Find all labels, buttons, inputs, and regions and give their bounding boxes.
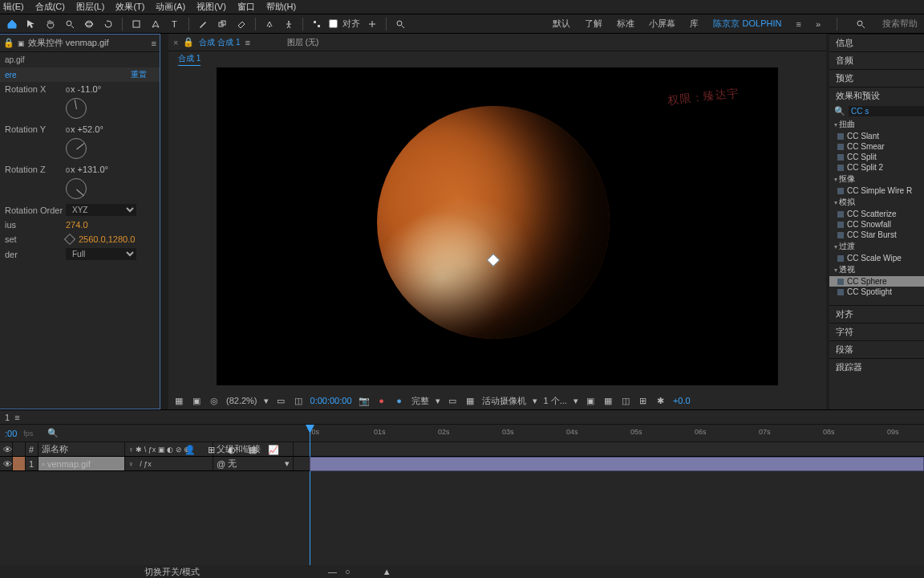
zoom-in-icon[interactable]: ▲: [383, 567, 391, 576]
ws-menu-icon[interactable]: ≡: [796, 19, 800, 29]
cat-keying[interactable]: 抠像: [829, 173, 924, 185]
zoom-out-icon[interactable]: —: [328, 567, 337, 576]
ws-small[interactable]: 小屏幕: [649, 18, 675, 30]
menu-layer[interactable]: 图层(L): [76, 1, 104, 13]
res-icon[interactable]: ▭: [275, 395, 286, 406]
search-icon[interactable]: 🔍: [47, 428, 59, 438]
pickwhip-icon[interactable]: @: [217, 459, 225, 469]
viewer[interactable]: 权限：臻达宇: [217, 67, 778, 385]
menu-view[interactable]: 视图(V): [197, 1, 226, 13]
lock-icon[interactable]: 🔒: [3, 38, 14, 48]
vf-icon-c[interactable]: ◫: [620, 395, 631, 406]
view-count[interactable]: 1 个...: [544, 395, 567, 407]
panel-effects[interactable]: 效果和预设: [829, 87, 924, 104]
layer-switches[interactable]: ♀ / ƒx: [125, 457, 213, 470]
fx-cc-scalewipe[interactable]: CC Scale Wipe: [829, 253, 924, 263]
layer-parent[interactable]: @ 无 ▾: [213, 457, 294, 470]
home-icon[interactable]: [5, 17, 19, 31]
exposure-icon[interactable]: ✱: [655, 395, 667, 406]
effect-name[interactable]: ere: [5, 71, 16, 79]
text-tool-icon[interactable]: T: [168, 17, 182, 31]
panel-char[interactable]: 字符: [829, 323, 924, 340]
keyframe-icon[interactable]: [64, 234, 75, 245]
eye-toggle[interactable]: 👁: [0, 457, 13, 470]
tl-current-time[interactable]: :00: [5, 429, 17, 438]
fx-cc-scatter[interactable]: CC Scatterize: [829, 209, 924, 219]
fx-cc-slant[interactable]: CC Slant: [829, 131, 924, 141]
rot-z-dial[interactable]: [66, 178, 87, 199]
fx-cc-split[interactable]: CC Split: [829, 152, 924, 162]
zoom-tool-icon[interactable]: [63, 17, 77, 31]
tab-menu-icon[interactable]: ≡: [245, 38, 250, 47]
orbit-tool-icon[interactable]: [82, 17, 96, 31]
menu-effect[interactable]: 效果(T): [116, 1, 144, 13]
toggle-icon[interactable]: ◎: [209, 395, 220, 406]
cam-dropdown-icon[interactable]: ▾: [533, 396, 537, 406]
menu-window[interactable]: 窗口: [237, 1, 255, 13]
layer-file[interactable]: ▫ venmap.gif: [38, 457, 125, 470]
region-icon[interactable]: ▭: [447, 395, 458, 406]
rot-y-value[interactable]: 0x +52.0°: [66, 124, 103, 134]
toggle-switches-label[interactable]: 切换开关/模式: [144, 566, 200, 578]
panel-info[interactable]: 信息: [829, 34, 924, 51]
time-ruler[interactable]: :0s 01s 02s 03s 04s 05s 06s 07s 08s 09s: [310, 425, 924, 442]
reset-link[interactable]: 重置: [131, 69, 155, 80]
help-search-ph[interactable]: 搜索帮助: [882, 18, 918, 30]
ws-more-icon[interactable]: »: [816, 19, 821, 29]
fx-cc-split2[interactable]: CC Split 2: [829, 162, 924, 173]
view-dropdown-icon[interactable]: ▾: [573, 396, 578, 406]
menu-anim[interactable]: 动画(A): [156, 1, 185, 13]
fx-cc-spotlight[interactable]: CC Spotlight: [829, 287, 924, 297]
tl-menu-icon[interactable]: ≡: [14, 413, 19, 422]
rot-x-value[interactable]: 0x -11.0°: [66, 84, 101, 94]
zoom-slider[interactable]: ○: [345, 567, 351, 576]
playhead[interactable]: [310, 425, 310, 577]
tl-icon-graph[interactable]: 📈: [266, 442, 281, 457]
vf-icon-d[interactable]: ⊞: [638, 395, 649, 406]
resolution-select[interactable]: 完整: [411, 395, 429, 407]
fx-cc-star[interactable]: CC Star Burst: [829, 230, 924, 240]
ws-library[interactable]: 库: [690, 18, 699, 30]
zoom-dropdown-icon[interactable]: ▾: [264, 396, 269, 406]
dropdown-icon[interactable]: ▾: [285, 458, 290, 469]
help-search-icon[interactable]: [853, 17, 868, 31]
vf-icon-b[interactable]: ▦: [602, 395, 614, 406]
snapshot-icon[interactable]: 📷: [359, 395, 370, 406]
hand-tool-icon[interactable]: [43, 17, 58, 31]
transparent-icon[interactable]: ▦: [464, 395, 476, 406]
cat-perspective[interactable]: 透视: [829, 263, 924, 276]
rotate-tool-icon[interactable]: [101, 17, 116, 31]
tl-icon-fx[interactable]: ⊞: [204, 442, 218, 457]
menu-help[interactable]: 帮助(H): [266, 1, 296, 13]
panel-tracker[interactable]: 跟踪器: [829, 358, 924, 376]
fx-cc-wire[interactable]: CC Simple Wire R: [829, 185, 924, 196]
vf-icon-a[interactable]: ▣: [585, 395, 596, 406]
zoom-level[interactable]: (82.2%): [226, 396, 257, 405]
snap-options-icon[interactable]: [365, 17, 379, 31]
res-dropdown-icon[interactable]: ▾: [436, 396, 440, 406]
radius-value[interactable]: 274.0: [66, 220, 88, 230]
tl-comp-tab[interactable]: 1: [5, 413, 10, 422]
panel-menu-icon[interactable]: ≡: [152, 39, 156, 48]
tab-layer[interactable]: 图层 (无): [287, 37, 318, 48]
fx-cc-snow[interactable]: CC Snowfall: [829, 219, 924, 230]
exposure-value[interactable]: +0.0: [673, 396, 691, 405]
channel-icon[interactable]: ●: [376, 395, 387, 406]
ws-user[interactable]: 陈京京 DOLPHIN: [713, 18, 781, 30]
rot-z-value[interactable]: 0x +131.0°: [66, 165, 108, 174]
mask-icon[interactable]: ▣: [191, 395, 202, 406]
tl-icon-frame[interactable]: ▦: [245, 442, 260, 457]
layer-bar[interactable]: [310, 457, 924, 471]
menu-edit[interactable]: 辑(E): [3, 1, 24, 13]
current-time[interactable]: 0:00:00:00: [310, 396, 352, 405]
comp-breadcrumb[interactable]: 合成 1: [178, 53, 201, 66]
eraser-tool-icon[interactable]: [234, 17, 249, 31]
render-select[interactable]: Full: [66, 248, 136, 260]
puppet-tool-icon[interactable]: [282, 17, 296, 31]
panel-para[interactable]: 段落: [829, 340, 924, 358]
cat-simulate[interactable]: 模拟: [829, 196, 924, 209]
lock-icon[interactable]: 🔒: [183, 37, 194, 47]
tab-composition[interactable]: 合成 合成 1: [199, 37, 240, 48]
search-icon[interactable]: [393, 17, 407, 31]
cat-transition[interactable]: 过渡: [829, 240, 924, 253]
